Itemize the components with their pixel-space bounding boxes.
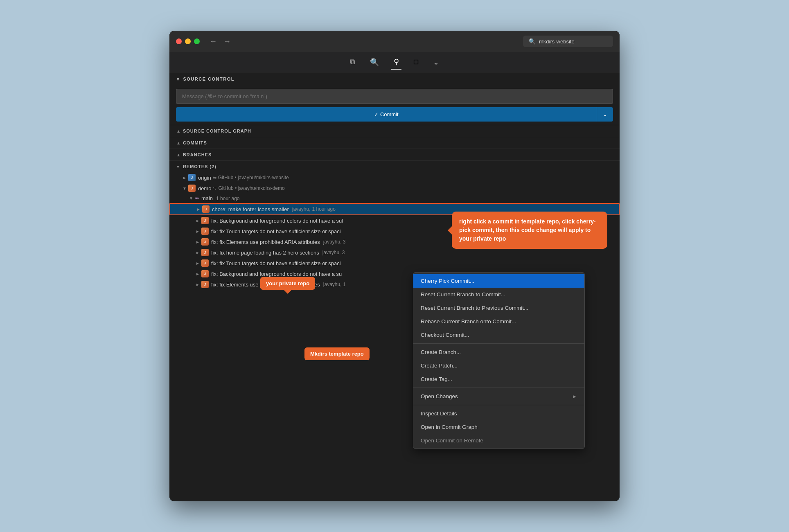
commit-5-avatar: J: [201, 259, 209, 267]
address-text: mkdirs-website: [539, 38, 575, 45]
open-commit-remote-item[interactable]: Open Commit on Remote: [413, 434, 584, 447]
section-remotes[interactable]: ▼ REMOTES (2): [169, 160, 620, 172]
maximize-button[interactable]: [194, 38, 200, 44]
commit-row-5[interactable]: ► J fix: fix Touch targets do not have s…: [169, 258, 620, 268]
origin-path: javayhu/mkdirs-website: [238, 175, 289, 180]
remote-origin[interactable]: ► J origin ⇋ GitHub • javayhu/mkdirs-web…: [169, 172, 620, 183]
graph-chevron: ►: [176, 129, 180, 133]
reset-to-commit-label: Reset Current Branch to Commit...: [421, 291, 505, 298]
origin-provider: GitHub: [218, 175, 233, 180]
main-branch[interactable]: ▼ ⚮ main 1 hour ago: [169, 194, 620, 203]
reset-to-prev-item[interactable]: Reset Current Branch to Previous Commit.…: [413, 301, 584, 315]
commit-btn-row: ✓ Commit ⌄: [176, 107, 613, 122]
toolbar: ⧉ 🔍 ⚲ □ ⌄: [169, 52, 620, 72]
commit-dropdown-button[interactable]: ⌄: [597, 107, 613, 122]
commit-3-message: fix: fix Elements use prohibited ARIA at…: [211, 239, 320, 245]
instruction-tooltip: right click a commit in template repo, c…: [452, 212, 607, 249]
commits-chevron: ►: [176, 141, 180, 145]
remote-demo[interactable]: ▼ J demo ⇋ GitHub • javayhu/mkdirs-demo: [169, 183, 620, 194]
branches-label: BRANCHES: [183, 152, 212, 157]
branch-name: main: [201, 195, 213, 201]
divider-3: [413, 405, 584, 405]
create-patch-item[interactable]: Create Patch...: [413, 359, 584, 372]
origin-dot: •: [233, 175, 238, 180]
forward-button[interactable]: →: [222, 36, 232, 47]
cherry-pick-label: Cherry Pick Commit...: [421, 278, 474, 284]
context-menu: Cherry Pick Commit... Reset Current Bran…: [413, 272, 585, 449]
open-changes-arrow: ►: [572, 394, 577, 399]
back-button[interactable]: ←: [208, 36, 219, 47]
private-repo-tooltip: your private repo: [260, 277, 315, 290]
titlebar: ← → 🔍 mkdirs-website: [169, 31, 620, 52]
nav-buttons: ← →: [208, 36, 232, 47]
branches-chevron: ►: [176, 153, 180, 157]
commit-6-avatar: J: [201, 270, 209, 277]
checkout-label: Checkout Commit...: [421, 332, 469, 338]
address-bar[interactable]: 🔍 mkdirs-website: [523, 36, 613, 47]
commit-1-message: fix: Background and foreground colors do…: [211, 218, 343, 224]
commit-1-avatar: J: [201, 217, 209, 224]
rebase-item[interactable]: Rebase Current Branch onto Commit...: [413, 315, 584, 328]
source-control-header[interactable]: ▼ SOURCE CONTROL: [169, 72, 620, 86]
traffic-lights: [176, 38, 200, 44]
create-branch-item[interactable]: Create Branch...: [413, 345, 584, 359]
source-control-icon[interactable]: ⚲: [391, 55, 401, 70]
commit-0-time: 1 hour ago: [312, 206, 335, 212]
demo-avatar: J: [188, 185, 196, 192]
commit-area: ✓ Commit ⌄: [169, 86, 620, 125]
vscode-window: ← → 🔍 mkdirs-website ⧉ 🔍 ⚲ □ ⌄ ▼ SOURCE …: [169, 31, 620, 501]
open-changes-item[interactable]: Open Changes ►: [413, 390, 584, 403]
commit-7-avatar: J: [201, 281, 209, 288]
commit-2-avatar: J: [201, 228, 209, 235]
divider-1: [413, 343, 584, 344]
commit-2-message: fix: fix Touch targets do not have suffi…: [211, 228, 341, 234]
demo-path: javayhu/mkdirs-demo: [238, 185, 285, 191]
remotes-chevron: ▼: [176, 165, 180, 169]
branch-time: 1 hour ago: [216, 196, 239, 201]
checkout-commit-item[interactable]: Checkout Commit...: [413, 328, 584, 342]
create-tag-item[interactable]: Create Tag...: [413, 372, 584, 386]
copy-icon[interactable]: ⧉: [347, 55, 358, 69]
inspect-details-item[interactable]: Inspect Details: [413, 407, 584, 420]
commit-5-message: fix: fix Touch targets do not have suffi…: [211, 260, 341, 266]
origin-avatar: J: [188, 174, 196, 181]
commits-label: COMMITS: [183, 140, 207, 145]
commit-button[interactable]: ✓ Commit: [176, 107, 597, 122]
template-repo-tooltip: Mkdirs template repo: [304, 347, 370, 360]
cherry-pick-item[interactable]: Cherry Pick Commit...: [413, 274, 584, 288]
more-icon[interactable]: ⌄: [431, 55, 442, 69]
open-commit-graph-item[interactable]: Open in Commit Graph: [413, 420, 584, 434]
commit-4-message: fix: fix home page loading has 2 hero se…: [211, 250, 319, 256]
commit-3-avatar: J: [201, 238, 209, 246]
reset-to-prev-label: Reset Current Branch to Previous Commit.…: [421, 305, 528, 311]
divider-2: [413, 388, 584, 388]
minimize-button[interactable]: [185, 38, 191, 44]
commit-0-avatar: J: [202, 205, 210, 213]
source-control-label: SOURCE CONTROL: [183, 77, 234, 81]
open-commit-graph-label: Open in Commit Graph: [421, 424, 478, 430]
extensions-icon[interactable]: □: [411, 55, 421, 69]
commit-message-input[interactable]: [176, 89, 613, 104]
branch-icon: ⚮: [195, 196, 199, 201]
inspect-details-label: Inspect Details: [421, 410, 457, 417]
search-icon[interactable]: 🔍: [367, 55, 381, 69]
open-changes-label: Open Changes: [421, 393, 458, 399]
section-branches[interactable]: ► BRANCHES: [169, 149, 620, 160]
remotes-label: REMOTES (2): [183, 164, 216, 169]
commit-0-author: javayhu,: [292, 206, 311, 212]
sc-chevron: ▼: [176, 77, 180, 81]
rebase-label: Rebase Current Branch onto Commit...: [421, 318, 516, 325]
section-commits[interactable]: ► COMMITS: [169, 137, 620, 149]
close-button[interactable]: [176, 38, 182, 44]
commit-4-avatar: J: [201, 249, 209, 256]
create-tag-label: Create Tag...: [421, 376, 452, 382]
demo-name: demo: [198, 185, 212, 192]
origin-name: origin: [198, 175, 211, 181]
section-graph[interactable]: ► SOURCE CONTROL GRAPH: [169, 125, 620, 137]
commit-0-message: chore: make footer icons smaller: [212, 206, 289, 212]
reset-to-commit-item[interactable]: Reset Current Branch to Commit...: [413, 288, 584, 301]
commit-6-message: fix: Background and foreground colors do…: [211, 271, 342, 277]
create-branch-label: Create Branch...: [421, 349, 461, 355]
main-content: ▼ SOURCE CONTROL ✓ Commit ⌄ ► SOURCE CON…: [169, 72, 620, 501]
graph-label: SOURCE CONTROL GRAPH: [183, 128, 251, 133]
